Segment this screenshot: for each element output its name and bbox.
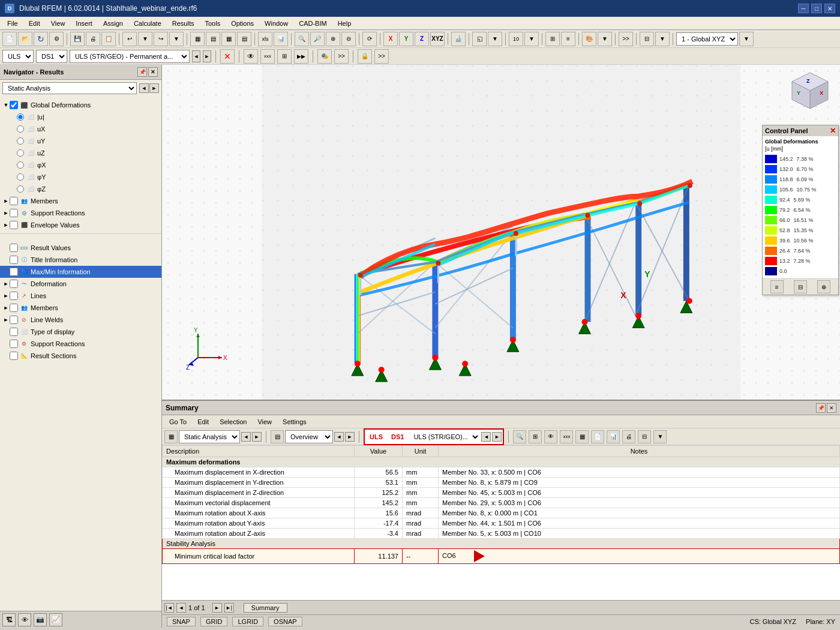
menu-tools[interactable]: Tools (200, 19, 225, 28)
tb-print2[interactable]: 📋 (101, 32, 116, 46)
tb-zoom1[interactable]: 🔍 (295, 32, 309, 46)
check-result-sections[interactable] (10, 352, 18, 360)
expand-support-reactions[interactable]: ► (2, 209, 10, 217)
summary-menu-settings[interactable]: Settings (278, 417, 311, 427)
menu-edit[interactable]: Edit (24, 19, 45, 28)
tb-color[interactable]: 🎨 (582, 32, 596, 46)
tree-item-max-min-information[interactable]: 🔵 Max/Min Information (0, 266, 161, 278)
summary-pin-btn[interactable]: 📌 (816, 403, 826, 413)
summary-tb-icon8[interactable]: 📄 (591, 430, 604, 443)
tb-refresh[interactable]: ↻ (34, 32, 48, 46)
tb-filter-drop[interactable]: ▼ (655, 32, 670, 46)
tb-save[interactable]: 💾 (70, 32, 85, 46)
tb-more2[interactable]: >> (334, 49, 349, 64)
radio-ux[interactable] (17, 125, 24, 133)
summary-menu-view[interactable]: View (253, 417, 277, 427)
tb-z[interactable]: Z (415, 32, 429, 46)
tb-color-drop[interactable]: ▼ (598, 32, 612, 46)
tb-zoom4[interactable]: ⊖ (341, 32, 356, 46)
summary-uls-nav-next[interactable]: ► (492, 432, 502, 442)
tree-item-support-reactions[interactable]: ► ⚙ Support Reactions (0, 207, 161, 219)
filter-prev[interactable]: ◄ (139, 83, 149, 93)
menu-results[interactable]: Results (167, 19, 199, 28)
expand-global-deformations[interactable]: ▼ (2, 101, 10, 109)
tb-settings[interactable]: ⚙ (49, 32, 64, 46)
tree-item-ux[interactable]: ⬜ uX (0, 123, 161, 135)
tree-item-result-values[interactable]: xxx Result Values (0, 242, 161, 254)
expand-lines[interactable]: ► (2, 292, 10, 299)
check-max-min-information[interactable] (10, 268, 18, 276)
tb-more[interactable]: >> (619, 32, 633, 46)
summary-tb-icon4[interactable]: ⊞ (529, 430, 542, 443)
check-type-of-display[interactable] (10, 328, 18, 336)
tb-open[interactable]: 📂 (18, 32, 32, 46)
page-first-btn[interactable]: |◄ (164, 603, 174, 613)
summary-menu-edit[interactable]: Edit (193, 417, 214, 427)
tb-redo-drop[interactable]: ▼ (169, 32, 184, 46)
menu-view[interactable]: View (46, 19, 70, 28)
summary-tb-icon3[interactable]: 🔍 (513, 430, 526, 443)
sb-eye-icon[interactable]: 👁 (18, 613, 31, 626)
tree-item-phiz[interactable]: ⬜ φZ (0, 183, 161, 195)
radio-phix[interactable] (17, 161, 24, 169)
summary-close-btn[interactable]: ✕ (827, 403, 836, 413)
expand-members2[interactable]: ► (2, 304, 10, 311)
summary-tb-icon10[interactable]: 🖨 (622, 430, 635, 443)
uls-combo[interactable]: ULS (2, 50, 34, 63)
summary-tb-icon5[interactable]: 👁 (544, 430, 557, 443)
maximize-button[interactable]: □ (811, 4, 822, 13)
tb-print[interactable]: 🖨 (86, 32, 100, 46)
menu-file[interactable]: File (2, 19, 23, 28)
check-result-values[interactable] (10, 244, 18, 252)
lc-desc-combo[interactable]: ULS (STR/GEO) - Permanent a... (70, 50, 190, 63)
tree-item-phiy[interactable]: ⬜ φY (0, 171, 161, 183)
check-envelope-values[interactable] (10, 221, 18, 229)
check-support-reactions[interactable] (10, 209, 18, 217)
tree-item-members2[interactable]: ► 👥 Members (0, 302, 161, 314)
summary-tb-icon1[interactable]: ▦ (164, 430, 178, 443)
minimize-button[interactable]: ─ (798, 4, 809, 13)
sb-camera-icon[interactable]: 📷 (34, 613, 47, 626)
analysis-filter-dropdown[interactable]: Static Analysis (2, 82, 137, 94)
check-title-information[interactable] (10, 256, 18, 264)
global-xyz-combo[interactable]: 1 - Global XYZ (676, 32, 738, 46)
tb-table1[interactable]: ▦ (190, 32, 205, 46)
tb-zoom2[interactable]: 🔎 (310, 32, 325, 46)
tree-item-deformation[interactable]: ► 〜 Deformation (0, 278, 161, 290)
tb-table4[interactable]: ▤ (237, 32, 251, 46)
page-prev-btn[interactable]: ◄ (176, 603, 186, 613)
summary-tb-icon7[interactable]: ▦ (575, 430, 589, 443)
tb-misc1[interactable]: ⊞ (545, 32, 560, 46)
check-members[interactable] (10, 197, 18, 205)
check-members2[interactable] (10, 304, 18, 312)
expand-envelope-values[interactable]: ► (2, 221, 10, 229)
tree-item-members[interactable]: ► 👥 Members (0, 195, 161, 207)
radio-uz[interactable] (17, 149, 24, 157)
tree-item-envelope-values[interactable]: ► ⬛ Envelope Values (0, 219, 161, 231)
tb-view1[interactable]: ◱ (472, 32, 487, 46)
tb-x-mark[interactable]: ✕ (220, 49, 235, 64)
cp-btn2[interactable]: ⊟ (794, 280, 807, 293)
summary-tb-icon9[interactable]: 📊 (607, 430, 620, 443)
tree-item-phix[interactable]: ⬜ φX (0, 159, 161, 171)
tb-zoom3[interactable]: ⊕ (326, 32, 340, 46)
summary-tb-icon2[interactable]: ▤ (271, 430, 284, 443)
summary-nav-prev[interactable]: ◄ (241, 432, 251, 442)
tb-xyz-drop[interactable]: ▼ (739, 32, 754, 46)
sidebar-close[interactable]: ✕ (148, 67, 158, 77)
summary-nav-prev2[interactable]: ◄ (334, 432, 344, 442)
close-button[interactable]: ✕ (824, 4, 835, 13)
tree-item-global-deformations[interactable]: ▼ ⬛ Global Deformations (0, 99, 161, 111)
tb-table2[interactable]: ▤ (206, 32, 220, 46)
cp-close-btn[interactable]: ✕ (830, 127, 836, 135)
lc-prev[interactable]: ◄ (192, 50, 200, 62)
summary-tb-icon6[interactable]: xxx (560, 430, 573, 443)
menu-assign[interactable]: Assign (98, 19, 128, 28)
osnap-btn[interactable]: OSNAP (268, 617, 302, 626)
tb-undo-drop[interactable]: ▼ (138, 32, 152, 46)
summary-menu-goto[interactable]: Go To (164, 417, 191, 427)
summary-nav-next2[interactable]: ► (345, 432, 355, 442)
tb-more3[interactable]: >> (374, 49, 389, 64)
summary-tab[interactable]: Summary (244, 603, 287, 613)
tb-x[interactable]: X (383, 32, 398, 46)
